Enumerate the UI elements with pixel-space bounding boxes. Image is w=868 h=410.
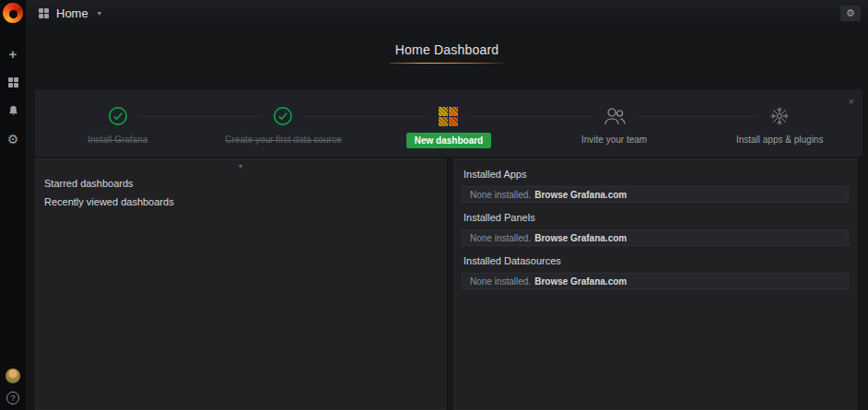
sidebar-item-create[interactable]: + bbox=[4, 45, 22, 62]
plus-icon: + bbox=[9, 47, 18, 61]
home-breadcrumb[interactable]: Home ▾ bbox=[39, 6, 101, 20]
help-button[interactable]: ? bbox=[6, 392, 19, 404]
step-label[interactable]: Create your first data source bbox=[225, 135, 341, 145]
installed-panels-heading: Installed Panels bbox=[463, 212, 849, 223]
empty-text: None installed. bbox=[470, 276, 531, 287]
step-label[interactable]: Install apps & plugins bbox=[736, 135, 824, 145]
gear-icon: ⚙ bbox=[846, 8, 855, 18]
step-install-grafana: Install Grafana bbox=[35, 105, 201, 157]
user-avatar[interactable] bbox=[6, 369, 20, 383]
new-dashboard-button[interactable]: New dashboard bbox=[406, 133, 491, 148]
question-icon: ? bbox=[10, 393, 15, 403]
dashboards-icon bbox=[8, 77, 18, 88]
sidebar-bottom-group: ? bbox=[0, 369, 26, 404]
dashboard-icon bbox=[39, 8, 49, 18]
plugins-panel: Installed Apps None installed. Browse Gr… bbox=[453, 158, 857, 410]
step-label[interactable]: Install Grafana bbox=[88, 135, 147, 145]
dashboards-panel: ▾ Starred dashboards Recently viewed das… bbox=[35, 158, 446, 410]
navbar: Home ▾ ⚙ bbox=[26, 0, 868, 26]
check-circle-icon bbox=[97, 105, 139, 127]
step-install-plugins: Install apps & plugins bbox=[697, 105, 862, 157]
sidebar: + ⚙ ? bbox=[0, 0, 26, 410]
installed-apps-row[interactable]: None installed. Browse Grafana.com bbox=[462, 186, 849, 203]
step-invite-team: Invite your team bbox=[532, 105, 698, 157]
panel-collapse-caret-icon[interactable]: ▾ bbox=[36, 159, 445, 174]
dashboard-squares-icon bbox=[428, 105, 469, 127]
bell-icon bbox=[7, 105, 19, 117]
installed-datasources-row[interactable]: None installed. Browse Grafana.com bbox=[462, 273, 849, 289]
dashboard-settings-button[interactable]: ⚙ bbox=[840, 6, 861, 21]
gear-icon: ⚙ bbox=[7, 133, 19, 146]
team-icon bbox=[592, 105, 638, 127]
home-breadcrumb-label: Home bbox=[56, 6, 88, 20]
sidebar-item-alerting[interactable] bbox=[4, 102, 22, 119]
sidebar-item-dashboards[interactable] bbox=[4, 74, 22, 90]
getting-started-steps: Install Grafana Create your first data s… bbox=[35, 89, 862, 157]
installed-apps-heading: Installed Apps bbox=[463, 169, 849, 180]
browse-grafana-link[interactable]: Browse Grafana.com bbox=[534, 233, 627, 243]
step-new-dashboard: New dashboard bbox=[366, 105, 532, 157]
empty-text: None installed. bbox=[470, 233, 531, 243]
sidebar-item-configuration[interactable]: ⚙ bbox=[4, 131, 22, 147]
installed-datasources-heading: Installed Datasources bbox=[463, 255, 849, 266]
installed-panels-row[interactable]: None installed. Browse Grafana.com bbox=[462, 229, 849, 246]
sidebar-icon-group: + ⚙ bbox=[4, 45, 22, 147]
browse-grafana-link[interactable]: Browse Grafana.com bbox=[534, 190, 627, 200]
step-label[interactable]: Invite your team bbox=[581, 135, 647, 145]
empty-text: None installed. bbox=[470, 190, 531, 200]
starred-dashboards-link[interactable]: Starred dashboards bbox=[36, 174, 445, 193]
recent-dashboards-link[interactable]: Recently viewed dashboards bbox=[36, 193, 445, 211]
plugins-icon bbox=[758, 105, 801, 127]
title-row: Home Dashboard bbox=[26, 41, 868, 64]
step-create-datasource: Create your first data source bbox=[201, 105, 367, 157]
chevron-down-icon: ▾ bbox=[98, 9, 101, 18]
title-underline bbox=[390, 63, 505, 64]
check-circle-icon bbox=[262, 105, 304, 127]
getting-started-panel: × Install Grafana Create your first data… bbox=[35, 89, 862, 157]
page-title: Home Dashboard bbox=[390, 41, 505, 62]
grafana-logo[interactable] bbox=[3, 3, 23, 23]
browse-grafana-link[interactable]: Browse Grafana.com bbox=[534, 276, 627, 287]
